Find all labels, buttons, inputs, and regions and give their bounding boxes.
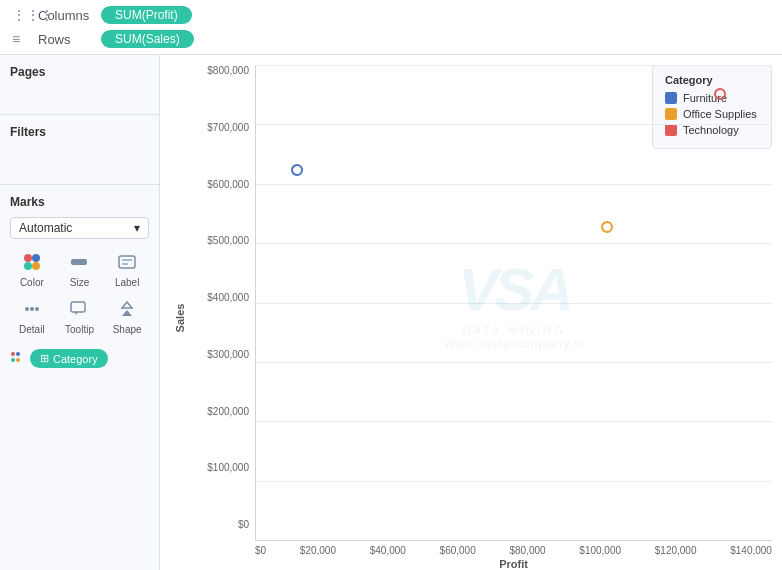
x-label-80k: $80,000: [509, 545, 545, 556]
shape-icon: [118, 300, 136, 322]
chart-container: Sales $800,000 $700,000 $600,000 $500,00…: [170, 65, 772, 570]
svg-point-16: [16, 352, 20, 356]
chart-area: Category Furniture Office Supplies Techn…: [160, 55, 782, 570]
marks-dots-icon: [10, 350, 24, 368]
x-label-20k: $20,000: [300, 545, 336, 556]
filters-section: Filters: [0, 115, 159, 185]
y-label-500k: $500,000: [207, 235, 249, 246]
svg-point-0: [24, 254, 32, 262]
size-icon: [70, 253, 88, 275]
marks-shape[interactable]: Shape: [105, 296, 149, 339]
sidebar: Pages Filters Marks Automatic ▾: [0, 55, 160, 570]
grid-line-0: [256, 65, 772, 66]
marks-dropdown[interactable]: Automatic ▾: [10, 217, 149, 239]
marks-label-label: Label: [115, 277, 139, 288]
marks-detail-label: Detail: [19, 324, 45, 335]
x-label-0: $0: [255, 545, 266, 556]
rows-row: ≡ Rows SUM(Sales): [12, 30, 770, 48]
data-point-office: [601, 221, 613, 233]
filters-title: Filters: [10, 125, 149, 139]
tooltip-icon: [70, 300, 88, 322]
x-label-100k: $100,000: [579, 545, 621, 556]
label-icon: [118, 253, 136, 275]
grid-line-1: [256, 124, 772, 125]
y-label-600k: $600,000: [207, 179, 249, 190]
watermark-logo: VSA: [444, 255, 583, 324]
rows-icon: ≡: [12, 31, 30, 47]
svg-rect-5: [119, 256, 135, 268]
marks-detail[interactable]: Detail: [10, 296, 54, 339]
x-label-140k: $140,000: [730, 545, 772, 556]
category-pill[interactable]: ⊞ Category: [30, 349, 108, 368]
svg-marker-14: [122, 310, 132, 316]
y-axis: $800,000 $700,000 $600,000 $500,000 $400…: [190, 65, 255, 570]
chart-inner: VSA DATA MINING www.vistacompany.ir $0: [255, 65, 772, 570]
grid-line-7: [256, 481, 772, 482]
y-label-100k: $100,000: [207, 462, 249, 473]
marks-section: Marks Automatic ▾ Color: [0, 185, 159, 570]
columns-row: ⋮⋮⋮ Columns SUM(Profit): [12, 6, 770, 24]
grid-line-3: [256, 243, 772, 244]
pages-section: Pages: [0, 55, 159, 115]
marks-tooltip[interactable]: Tooltip: [58, 296, 102, 339]
marks-grid: Color Size: [10, 249, 149, 339]
svg-marker-13: [122, 302, 132, 308]
plot-area: VSA DATA MINING www.vistacompany.ir: [255, 65, 772, 541]
marks-shape-label: Shape: [113, 324, 142, 335]
y-label-400k: $400,000: [207, 292, 249, 303]
marks-tooltip-label: Tooltip: [65, 324, 94, 335]
watermark-url: www.vistacompany.ir: [444, 336, 583, 351]
x-axis-title: Profit: [255, 558, 772, 570]
svg-point-18: [16, 358, 20, 362]
x-label-40k: $40,000: [370, 545, 406, 556]
toolbar: ⋮⋮⋮ Columns SUM(Profit) ≡ Rows SUM(Sales…: [0, 0, 782, 55]
columns-pill[interactable]: SUM(Profit): [101, 6, 192, 24]
category-icon: ⊞: [40, 352, 49, 365]
svg-point-10: [35, 307, 39, 311]
svg-point-1: [32, 254, 40, 262]
x-axis: $0 $20,000 $40,000 $60,000 $80,000 $100,…: [255, 545, 772, 556]
rows-label: Rows: [38, 32, 93, 47]
y-label-300k: $300,000: [207, 349, 249, 360]
y-label-0: $0: [238, 519, 249, 530]
svg-point-3: [32, 262, 40, 270]
marks-size[interactable]: Size: [58, 249, 102, 292]
color-icon: [23, 253, 41, 275]
grid-line-2: [256, 184, 772, 185]
marks-color[interactable]: Color: [10, 249, 54, 292]
svg-rect-4: [71, 259, 87, 265]
data-point-furniture: [291, 164, 303, 176]
watermark-tagline: DATA MINING: [444, 324, 583, 336]
detail-icon: [23, 300, 41, 322]
svg-point-2: [24, 262, 32, 270]
x-label-120k: $120,000: [655, 545, 697, 556]
svg-point-9: [30, 307, 34, 311]
marks-color-label: Color: [20, 277, 44, 288]
marks-title: Marks: [10, 195, 149, 209]
main-area: Pages Filters Marks Automatic ▾: [0, 55, 782, 570]
y-axis-title: Sales: [174, 303, 186, 332]
grid-line-4: [256, 303, 772, 304]
chevron-down-icon: ▾: [134, 221, 140, 235]
svg-point-17: [11, 358, 15, 362]
rows-pill[interactable]: SUM(Sales): [101, 30, 194, 48]
grid-line-6: [256, 421, 772, 422]
data-point-tech: [714, 88, 726, 100]
svg-point-15: [11, 352, 15, 356]
category-label: Category: [53, 353, 98, 365]
marks-dropdown-label: Automatic: [19, 221, 72, 235]
y-label-800k: $800,000: [207, 65, 249, 76]
columns-icon: ⋮⋮⋮: [12, 7, 30, 23]
x-label-60k: $60,000: [440, 545, 476, 556]
marks-size-label: Size: [70, 277, 89, 288]
svg-rect-11: [71, 302, 85, 312]
y-label-200k: $200,000: [207, 406, 249, 417]
grid-line-5: [256, 362, 772, 363]
svg-point-8: [25, 307, 29, 311]
y-label-700k: $700,000: [207, 122, 249, 133]
pages-title: Pages: [10, 65, 149, 79]
columns-label: Columns: [38, 8, 93, 23]
marks-label[interactable]: Label: [105, 249, 149, 292]
